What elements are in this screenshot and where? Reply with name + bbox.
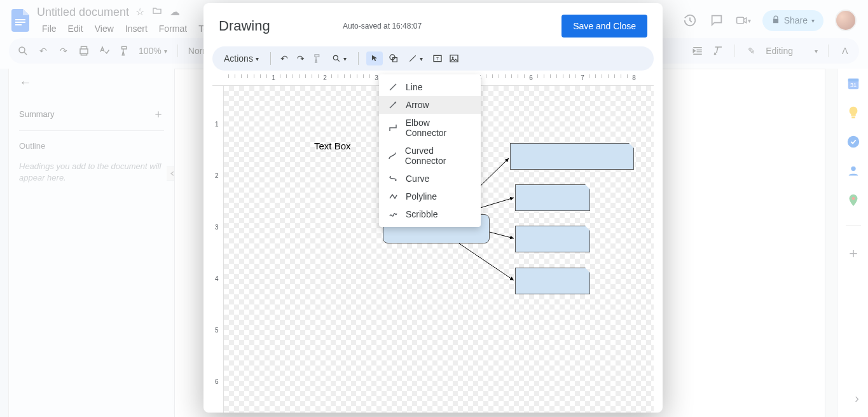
svg-point-12 <box>851 197 855 200</box>
menu-item-label: Scribble <box>406 209 438 219</box>
line-menu-item-elbow-connector[interactable]: Elbow Connector <box>379 114 481 142</box>
textbox-tool-button[interactable]: T <box>432 53 443 64</box>
chevron-down-icon: ▾ <box>811 17 815 24</box>
menu-file[interactable]: File <box>37 21 62 36</box>
paint-format-icon[interactable] <box>118 44 131 57</box>
ruler-tick: 2 <box>323 74 327 81</box>
svg-rect-3 <box>736 17 743 24</box>
ruler-tick: 4 <box>215 275 219 282</box>
ruler-tick: 7 <box>581 74 584 81</box>
line-menu-item-curve[interactable]: Curve <box>379 170 481 188</box>
move-folder-icon[interactable] <box>152 6 162 18</box>
outline-panel: ← Summary ＋ Outline Headings you add to … <box>9 69 174 417</box>
star-icon[interactable]: ☆ <box>135 6 144 18</box>
line-icon <box>388 82 398 92</box>
keep-icon[interactable] <box>846 106 860 120</box>
summary-label: Summary <box>19 109 55 119</box>
addons-plus-icon[interactable]: ＋ <box>846 243 860 263</box>
share-button[interactable]: Share ▾ <box>762 10 823 31</box>
side-panel-collapse-icon[interactable]: › <box>855 391 859 406</box>
menu-edit[interactable]: Edit <box>63 21 88 36</box>
vertical-ruler: 123456 <box>212 86 224 413</box>
paint-format-icon[interactable] <box>312 53 323 64</box>
line-menu-item-scribble[interactable]: Scribble <box>379 205 481 223</box>
back-arrow-icon[interactable]: ← <box>19 75 164 90</box>
left-ruler <box>0 69 9 417</box>
actions-menu-button[interactable]: Actions▾ <box>220 51 263 66</box>
collapse-toolbar-icon[interactable]: ᐱ <box>839 44 851 57</box>
snip-rect-shape-4[interactable] <box>515 268 590 294</box>
undo-icon[interactable]: ↶ <box>279 53 290 64</box>
indent-icon[interactable] <box>691 44 704 57</box>
redo-icon[interactable]: ↷ <box>295 53 307 64</box>
comments-icon[interactable] <box>709 13 724 28</box>
menu-item-label: Curve <box>406 174 429 184</box>
svg-line-26 <box>390 84 396 90</box>
text-box-shape[interactable]: Text Box <box>314 140 351 151</box>
svg-line-24 <box>490 232 514 238</box>
modal-title: Drawing <box>219 18 270 34</box>
line-menu-item-arrow[interactable]: Arrow <box>379 96 481 114</box>
undo-icon[interactable]: ↶ <box>37 44 50 57</box>
ruler-tick: 6 <box>529 74 533 81</box>
contacts-icon[interactable] <box>846 164 860 178</box>
svg-point-4 <box>19 47 25 53</box>
spellcheck-icon[interactable] <box>98 44 111 57</box>
svg-point-10 <box>847 136 858 147</box>
line-menu-item-line[interactable]: Line <box>379 78 481 96</box>
line-tool-button[interactable]: ▾ <box>404 51 427 65</box>
svg-point-21 <box>452 57 454 58</box>
select-tool-button[interactable] <box>366 51 383 65</box>
zoom-button[interactable]: ▾ <box>328 51 350 65</box>
drawing-toolbar: Actions▾ ↶ ↷ ▾ ▾ T <box>212 46 654 71</box>
svg-line-5 <box>24 52 27 55</box>
outline-hint: Headings you add to the document will ap… <box>19 161 164 184</box>
redo-icon[interactable]: ↷ <box>57 44 70 57</box>
mode-select[interactable]: Editing ▾ <box>766 46 818 56</box>
line-menu-item-polyline[interactable]: Polyline <box>379 188 481 205</box>
menu-item-label: Arrow <box>406 100 429 110</box>
shape-tool-button[interactable] <box>388 53 399 64</box>
image-tool-button[interactable] <box>448 53 460 64</box>
zoom-select[interactable]: 100% ▾ <box>139 46 167 56</box>
save-and-close-button[interactable]: Save and Close <box>561 15 647 38</box>
line-tool-dropdown-caret[interactable]: ▾ <box>420 55 423 62</box>
history-icon[interactable] <box>682 13 698 28</box>
snip-rect-shape-2[interactable] <box>515 184 590 211</box>
menu-view[interactable]: View <box>90 21 119 36</box>
curved-connector-icon <box>388 151 397 161</box>
svg-point-11 <box>851 167 855 171</box>
tasks-icon[interactable] <box>846 135 860 149</box>
clear-format-icon[interactable] <box>712 44 724 57</box>
svg-line-14 <box>338 60 340 62</box>
ruler-tick: 6 <box>215 378 219 385</box>
polyline-icon <box>388 191 398 202</box>
curve-icon <box>388 174 398 184</box>
scribble-icon <box>388 209 398 219</box>
menu-format[interactable]: Format <box>154 21 192 36</box>
svg-rect-7 <box>848 79 858 82</box>
menu-item-label: Line <box>406 82 422 92</box>
menu-insert[interactable]: Insert <box>120 21 153 36</box>
line-menu-item-curved-connector[interactable]: Curved Connector <box>379 142 481 170</box>
docs-logo-icon[interactable] <box>9 9 32 32</box>
snip-rect-shape-3[interactable] <box>515 226 590 252</box>
doc-title[interactable]: Untitled document <box>37 6 129 19</box>
avatar[interactable] <box>835 10 857 31</box>
svg-line-25 <box>459 243 514 280</box>
meet-icon[interactable]: ▾ <box>736 13 751 28</box>
svg-point-13 <box>333 55 338 60</box>
cloud-status-icon[interactable]: ☁ <box>170 6 180 18</box>
snip-rect-shape-1[interactable] <box>510 143 634 170</box>
calendar-icon[interactable]: 31 <box>846 76 860 90</box>
svg-line-17 <box>410 55 415 61</box>
outline-label: Outline <box>19 141 164 151</box>
ruler-tick: 8 <box>632 74 636 81</box>
lock-icon <box>771 15 780 26</box>
pencil-icon[interactable]: ✎ <box>745 44 758 57</box>
add-summary-icon[interactable]: ＋ <box>153 106 164 121</box>
maps-icon[interactable] <box>846 193 860 207</box>
ruler-tick: 1 <box>215 121 219 128</box>
print-icon[interactable] <box>78 44 90 57</box>
search-icon[interactable] <box>17 44 29 57</box>
